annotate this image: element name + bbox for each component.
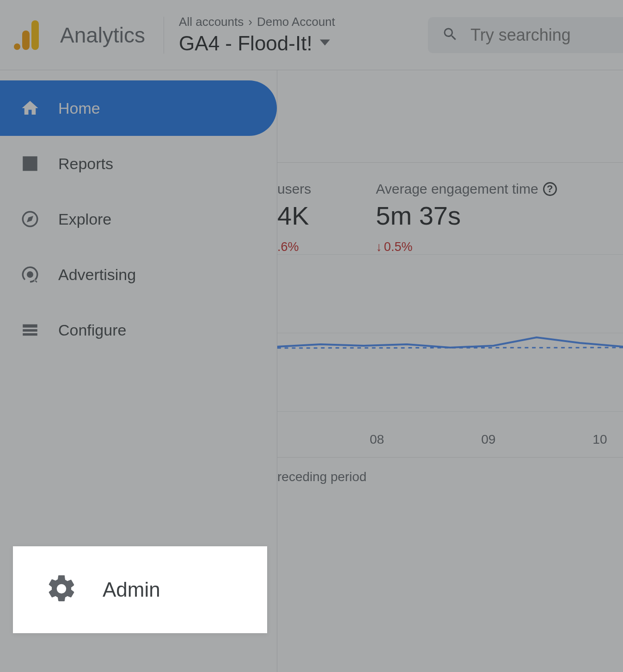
search-icon — [442, 26, 458, 44]
product-name: Analytics — [60, 23, 145, 48]
sidebar-item-configure[interactable]: Configure — [0, 302, 277, 358]
main-content: users 4K .6% Average engagement time ? 5… — [277, 70, 623, 672]
sidebar-item-label: Home — [58, 99, 100, 117]
table-icon — [20, 320, 40, 340]
bar-chart-icon — [20, 154, 40, 173]
divider — [164, 17, 164, 54]
chevron-right-icon: › — [248, 15, 252, 29]
metric-value: 5m 37s — [376, 201, 556, 231]
dropdown-icon[interactable] — [320, 39, 330, 48]
admin-label: Admin — [103, 578, 160, 601]
sidebar-item-advertising[interactable]: Advertising — [0, 247, 277, 302]
help-icon[interactable]: ? — [543, 182, 557, 196]
analytics-logo-icon — [14, 20, 39, 50]
explore-icon — [20, 209, 40, 229]
metric-delta: .6% — [277, 240, 311, 254]
metric-engagement[interactable]: Average engagement time ? 5m 37s ↓ 0.5% — [376, 181, 556, 254]
x-axis-ticks: 08 09 10 — [277, 432, 623, 447]
sidebar-item-label: Configure — [58, 321, 126, 339]
sidebar-item-label: Explore — [58, 210, 111, 228]
property-name[interactable]: GA4 - Flood-It! — [179, 32, 312, 55]
search-bar[interactable] — [428, 17, 623, 53]
x-tick: 10 — [592, 432, 607, 447]
metric-title: Average engagement time ? — [376, 181, 556, 197]
arrow-down-icon: ↓ — [376, 240, 382, 254]
metric-value: 4K — [277, 201, 311, 231]
sidebar-item-label: Reports — [58, 155, 113, 173]
metric-users[interactable]: users 4K .6% — [277, 181, 311, 254]
search-input[interactable] — [470, 25, 609, 45]
app-header: Analytics All accounts › Demo Account GA… — [0, 0, 623, 70]
sidebar-item-reports[interactable]: Reports — [0, 136, 277, 191]
home-icon — [20, 98, 40, 118]
breadcrumb[interactable]: All accounts › Demo Account — [179, 15, 335, 29]
metric-delta: ↓ 0.5% — [376, 240, 556, 254]
x-tick: 09 — [481, 432, 495, 447]
sidebar-item-home[interactable]: Home — [0, 80, 277, 136]
metric-title: users — [277, 181, 311, 197]
admin-button[interactable]: Admin — [13, 546, 267, 633]
gear-icon — [45, 573, 78, 607]
advertising-icon — [20, 265, 40, 284]
line-chart[interactable]: 08 09 10 — [277, 254, 623, 458]
breadcrumb-parent[interactable]: All accounts — [179, 15, 244, 29]
comparison-period-label: receding period — [277, 470, 623, 484]
breadcrumb-child[interactable]: Demo Account — [257, 15, 335, 29]
sidebar-item-explore[interactable]: Explore — [0, 191, 277, 247]
x-tick: 08 — [370, 432, 384, 447]
sidebar-item-label: Advertising — [58, 266, 136, 284]
property-picker[interactable]: All accounts › Demo Account GA4 - Flood-… — [179, 15, 335, 55]
